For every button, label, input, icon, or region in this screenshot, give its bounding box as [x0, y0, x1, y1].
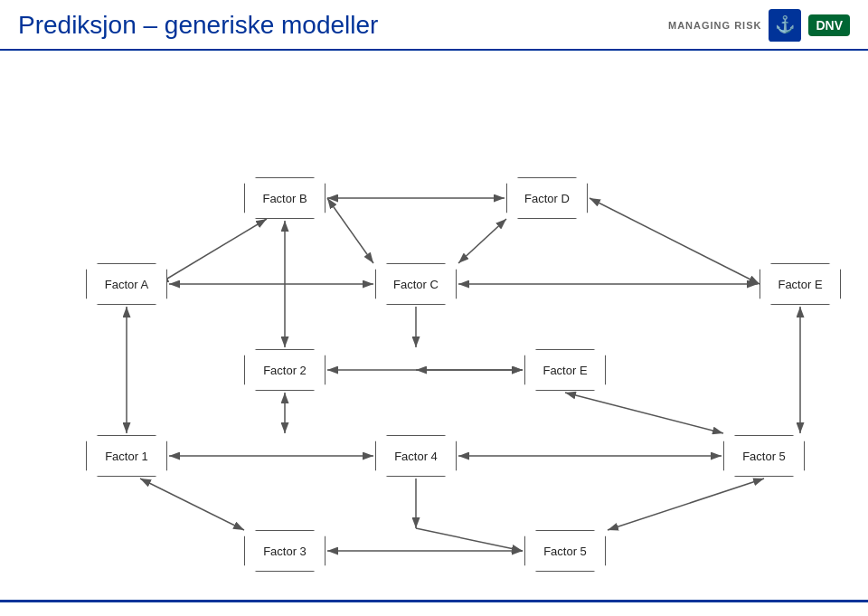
- node-factorA: Factor A: [86, 263, 167, 305]
- arrows-svg: [0, 51, 868, 602]
- node-factor1: Factor 1: [86, 435, 167, 477]
- node-factorB: Factor B: [244, 177, 326, 219]
- node-factorD: Factor D: [506, 177, 588, 219]
- dnv-logo: DNV: [808, 14, 850, 36]
- svg-line-17: [565, 393, 723, 433]
- svg-line-8: [458, 219, 506, 263]
- header: Prediksjon – generiske modeller MANAGING…: [0, 0, 868, 51]
- node-factor3: Factor 3: [244, 530, 326, 572]
- node-factor4: Factor 4: [375, 435, 457, 477]
- logo-area: MANAGING RISK ⚓ DNV: [668, 9, 850, 42]
- node-factorE1: Factor E: [760, 263, 841, 305]
- svg-line-24: [608, 479, 764, 530]
- svg-line-25: [416, 528, 523, 551]
- svg-text:⚓: ⚓: [775, 14, 796, 34]
- svg-line-5: [158, 219, 267, 284]
- svg-line-21: [140, 479, 244, 530]
- node-factor2: Factor 2: [244, 349, 326, 391]
- node-factorE2: Factor E: [524, 349, 606, 391]
- page-title: Prediksjon – generiske modeller: [18, 11, 378, 40]
- managing-risk-label: MANAGING RISK: [668, 20, 761, 31]
- footer-line: [0, 600, 868, 602]
- svg-line-7: [590, 198, 760, 284]
- node-factor5b: Factor 5: [524, 530, 606, 572]
- svg-line-6: [327, 198, 373, 263]
- anchor-logo: ⚓: [769, 9, 801, 42]
- diagram-area: Factor B Factor D Factor A Factor C Fact…: [0, 51, 868, 602]
- node-factor5a: Factor 5: [723, 435, 805, 477]
- node-factorC: Factor C: [375, 263, 457, 305]
